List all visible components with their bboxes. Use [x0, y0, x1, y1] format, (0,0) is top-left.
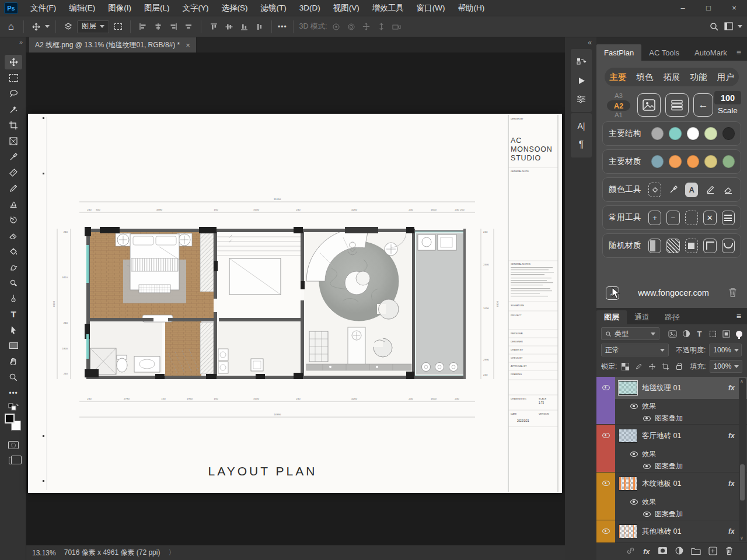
align-left-icon[interactable]: [137, 20, 149, 33]
fx-badge[interactable]: fx: [728, 384, 735, 392]
visibility-eye-icon[interactable]: [602, 528, 610, 534]
layer-name[interactable]: 地毯纹理 01: [642, 383, 724, 393]
panel-menu-icon[interactable]: ≡: [736, 312, 741, 321]
material-swatch-4[interactable]: [704, 155, 717, 168]
move-tool[interactable]: [5, 55, 22, 69]
distribute-v-icon[interactable]: [253, 20, 266, 33]
align-bottom-icon[interactable]: [238, 20, 250, 33]
crop-tool[interactable]: [5, 118, 22, 132]
opacity-dropdown[interactable]: 100%: [709, 344, 742, 356]
lock-artboard-icon[interactable]: [661, 362, 671, 372]
new-group-icon[interactable]: [691, 547, 701, 556]
filter-adjustment-icon[interactable]: [681, 329, 691, 339]
screen-mode-icon[interactable]: [5, 453, 22, 468]
lock-position-icon[interactable]: [647, 362, 657, 372]
half-fill-icon[interactable]: [648, 239, 661, 253]
shape-tool[interactable]: [5, 338, 22, 353]
material-swatch-5[interactable]: [722, 155, 735, 168]
dodge-tool[interactable]: [5, 275, 22, 290]
pattern-overlay-row[interactable]: 图案叠加: [615, 508, 739, 520]
subtab-function[interactable]: 功能: [690, 72, 707, 83]
effects-row[interactable]: 效果: [615, 448, 739, 460]
align-top-icon[interactable]: [207, 20, 220, 33]
tab-fastplan[interactable]: FastPlan: [596, 44, 641, 61]
paper-a1[interactable]: A1: [606, 111, 631, 119]
status-chevron-icon[interactable]: 〉: [168, 548, 175, 558]
menu-file[interactable]: 文件(F): [24, 0, 62, 16]
effects-eye-icon[interactable]: [630, 404, 638, 409]
swap-colors-icon[interactable]: [5, 400, 22, 414]
object-selection-tool[interactable]: [5, 102, 22, 117]
link-layers-icon[interactable]: [626, 547, 636, 556]
delete-icon[interactable]: ✕: [703, 211, 716, 225]
pencil-icon[interactable]: [703, 183, 716, 197]
layer-name[interactable]: 客厅地砖 01: [642, 431, 724, 441]
pattern-eye-icon[interactable]: [643, 416, 651, 421]
layer-thumbnail[interactable]: [619, 477, 637, 491]
menu-filter[interactable]: 滤镜(T): [254, 0, 293, 16]
scroll-up-icon[interactable]: ∧: [740, 379, 743, 384]
chevron-down-icon[interactable]: [45, 25, 50, 28]
subtab-user[interactable]: 用户: [717, 72, 734, 83]
history-panel-icon[interactable]: [571, 52, 592, 71]
document-tab[interactable]: A2 线框.png @ 13.1% (地毯纹理01, RGB/8#) * ×: [29, 37, 197, 52]
filter-type-layers-icon[interactable]: T: [694, 329, 704, 339]
path-selection-tool[interactable]: [5, 323, 22, 337]
filter-type-dropdown[interactable]: 类型: [601, 327, 659, 340]
layer-thumbnail[interactable]: [619, 381, 637, 395]
clone-stamp-tool[interactable]: [5, 197, 22, 211]
menu-window[interactable]: 窗口(W): [410, 0, 452, 16]
add-layer-style-icon[interactable]: fx: [643, 547, 650, 556]
transform-controls-icon[interactable]: [111, 20, 124, 33]
align-right-icon[interactable]: [167, 20, 180, 33]
foreground-background-colors[interactable]: [5, 414, 22, 432]
trash-icon[interactable]: [728, 287, 738, 299]
filter-smart-object-icon[interactable]: [721, 329, 731, 339]
hatch-fill-icon[interactable]: [666, 239, 679, 253]
healing-brush-tool[interactable]: [5, 165, 22, 180]
move-tool-icon[interactable]: [30, 20, 43, 33]
maximize-button[interactable]: □: [696, 0, 721, 16]
home-icon[interactable]: ⌂: [5, 20, 18, 33]
website-link[interactable]: www.fongocer.com: [619, 288, 728, 298]
tab-paths[interactable]: 路径: [657, 310, 687, 324]
layer-row[interactable]: 其他地砖 01 fx ∧: [615, 520, 747, 542]
hand-tool[interactable]: [5, 354, 22, 369]
zoom-tool[interactable]: [5, 370, 22, 384]
menu-help[interactable]: 帮助(H): [451, 0, 491, 16]
visibility-eye-icon[interactable]: [602, 481, 610, 486]
auto-select-target-dropdown[interactable]: 图层: [77, 20, 109, 33]
add-mask-icon[interactable]: [658, 547, 668, 556]
back-button[interactable]: ←: [693, 93, 713, 117]
menu-select[interactable]: 选择(S): [215, 0, 254, 16]
gradient-tool[interactable]: [5, 244, 22, 258]
pattern-eye-icon[interactable]: [643, 512, 651, 517]
menu-edit[interactable]: 编辑(E): [62, 0, 102, 16]
align-middle-icon[interactable]: [222, 20, 235, 33]
eyedropper-icon[interactable]: [666, 183, 679, 197]
lock-transparent-icon[interactable]: [620, 362, 630, 372]
effects-eye-icon[interactable]: [630, 499, 638, 505]
layer-name[interactable]: 其他地砖 01: [642, 527, 724, 537]
actions-panel-icon[interactable]: [571, 71, 592, 90]
structure-swatch-4[interactable]: [704, 127, 717, 140]
workspace-switcher-icon[interactable]: [722, 20, 735, 33]
layer-thumbnail[interactable]: [619, 429, 637, 443]
align-center-h-icon[interactable]: [152, 20, 165, 33]
new-layer-icon[interactable]: [708, 547, 717, 557]
subtract-icon[interactable]: −: [666, 211, 679, 225]
pattern-text-icon[interactable]: A: [685, 183, 699, 197]
subtab-fill[interactable]: 填色: [637, 72, 654, 83]
frame-tool[interactable]: [5, 134, 22, 148]
paper-a3[interactable]: A3: [606, 92, 631, 100]
menu-layer[interactable]: 图层(L): [138, 0, 176, 16]
history-brush-tool[interactable]: [5, 212, 22, 227]
layer-name[interactable]: 木纹地板 01: [642, 479, 724, 489]
minimize-button[interactable]: –: [670, 0, 696, 16]
menu-type[interactable]: 文字(Y): [176, 0, 215, 16]
marquee-tool[interactable]: [5, 71, 22, 85]
fx-badge[interactable]: fx: [728, 480, 735, 488]
adjustment-layer-icon[interactable]: [675, 547, 683, 556]
tab-channels[interactable]: 通道: [627, 310, 657, 324]
search-icon[interactable]: [707, 20, 720, 33]
